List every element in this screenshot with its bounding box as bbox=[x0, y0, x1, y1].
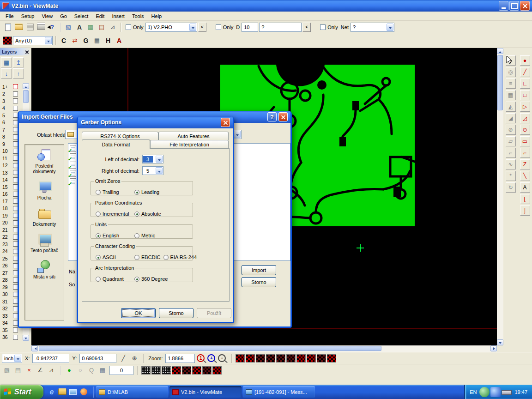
radio-leading[interactable]: Leading bbox=[134, 189, 159, 195]
dcode-filter-input[interactable]: ? bbox=[259, 23, 302, 32]
pattern-icon-2[interactable] bbox=[246, 354, 255, 363]
context-help-icon[interactable] bbox=[47, 22, 57, 32]
scroll-left-icon[interactable] bbox=[31, 345, 38, 351]
layer-grid-icon[interactable]: ▦ bbox=[1, 57, 12, 67]
file-icon[interactable] bbox=[70, 170, 76, 177]
close-button[interactable] bbox=[520, 1, 530, 11]
place-1[interactable]: Poslední dokumenty bbox=[25, 148, 64, 175]
selection-box-icon[interactable]: ▧ bbox=[63, 22, 73, 32]
layer-color-box[interactable] bbox=[13, 335, 18, 340]
query-circle-icon[interactable]: Q bbox=[86, 365, 97, 375]
radio-metric[interactable]: Metric bbox=[134, 233, 155, 238]
layer-color-box[interactable] bbox=[13, 84, 18, 89]
status-circle-icon[interactable]: ○ bbox=[75, 365, 85, 375]
radio-360-degree[interactable]: 360 Degree bbox=[134, 276, 168, 282]
tab-auto-features[interactable]: Auto Features bbox=[158, 132, 229, 140]
wave-tool-icon[interactable]: ∿ bbox=[506, 159, 516, 169]
radio-icon[interactable] bbox=[96, 233, 101, 238]
file-icon[interactable] bbox=[70, 145, 76, 152]
close-button[interactable] bbox=[221, 118, 230, 127]
chevron-down-icon[interactable] bbox=[156, 156, 163, 163]
right-decimal-combo[interactable]: 5 bbox=[142, 166, 163, 175]
status-green-icon[interactable]: ● bbox=[64, 365, 74, 375]
ie-icon[interactable]: e bbox=[47, 387, 56, 397]
show-desktop-icon[interactable] bbox=[68, 387, 78, 397]
cancel-button[interactable]: Storno bbox=[159, 308, 193, 318]
dot-grid-icon-1[interactable] bbox=[141, 366, 151, 375]
copy-circles-icon[interactable]: ◎ bbox=[506, 67, 516, 77]
pattern-icon-9[interactable] bbox=[317, 354, 326, 363]
language-indicator[interactable]: EN bbox=[470, 389, 477, 395]
radio-icon[interactable] bbox=[134, 190, 139, 195]
radio-absolute[interactable]: Absolute bbox=[134, 211, 161, 217]
pattern-icon-13[interactable] bbox=[192, 366, 201, 375]
tab-data-format[interactable]: Data Format bbox=[82, 139, 150, 149]
ruler-icon[interactable]: ⊿ bbox=[108, 22, 118, 32]
file-icon[interactable] bbox=[70, 162, 76, 169]
radio-eia-rs-244[interactable]: EIA RS-244 bbox=[163, 254, 197, 260]
pattern-icon-10[interactable] bbox=[327, 354, 336, 363]
pattern-icon-12[interactable] bbox=[182, 366, 191, 375]
move-up-icon[interactable]: ↑ bbox=[13, 68, 24, 79]
scroll-thumb[interactable] bbox=[497, 55, 503, 110]
place-4[interactable]: Tento počítač bbox=[25, 233, 64, 254]
swap-icon[interactable]: ⇄ bbox=[70, 36, 80, 46]
pattern-icon-3[interactable] bbox=[256, 354, 265, 363]
scroll-thumb[interactable] bbox=[23, 90, 29, 103]
layer-color-box[interactable] bbox=[13, 91, 18, 97]
messenger-tray-icon[interactable] bbox=[479, 387, 490, 397]
radio-icon[interactable] bbox=[163, 255, 169, 260]
pattern-icon-11[interactable] bbox=[172, 366, 181, 375]
scroll-thumb[interactable] bbox=[39, 346, 381, 351]
radio-icon[interactable] bbox=[134, 233, 139, 238]
close-icon[interactable] bbox=[25, 50, 29, 54]
scroll-right-icon[interactable] bbox=[490, 345, 497, 351]
cancel-button[interactable]: Storno bbox=[242, 277, 276, 287]
distance-measure-icon[interactable]: ⊿ bbox=[46, 365, 56, 375]
pattern-icon-6[interactable] bbox=[286, 354, 296, 363]
import-button[interactable]: Import bbox=[242, 265, 276, 275]
chevron-down-icon[interactable] bbox=[156, 167, 163, 174]
chevron-down-icon[interactable] bbox=[45, 37, 52, 44]
circle-icon[interactable]: ⊙ bbox=[520, 125, 530, 135]
menu-item[interactable]: Setup bbox=[18, 12, 38, 20]
tab-file-interpretation[interactable]: File Interpretation bbox=[150, 140, 229, 148]
snap-grid-icon[interactable]: ▦ bbox=[97, 365, 108, 375]
place-5[interactable]: Místa v síti bbox=[25, 259, 64, 280]
layer-color-box[interactable] bbox=[13, 327, 18, 332]
radio-quadrant[interactable]: Quadrant bbox=[96, 276, 132, 282]
delete-icon[interactable]: × bbox=[24, 365, 34, 375]
menu-item[interactable]: Help bbox=[148, 12, 166, 20]
taskbar-task[interactable]: [191-482-091] - Mess... bbox=[243, 386, 315, 398]
star-tool-icon[interactable]: * bbox=[506, 171, 516, 181]
menu-item[interactable]: Go bbox=[56, 12, 71, 20]
pattern-icon-7[interactable] bbox=[296, 354, 306, 363]
pattern-icon-14[interactable] bbox=[202, 366, 212, 375]
clock[interactable]: 19:47 bbox=[514, 389, 527, 395]
left-decimal-combo[interactable]: 3 bbox=[142, 155, 163, 163]
radio-icon[interactable] bbox=[96, 255, 101, 260]
file-icon[interactable] bbox=[70, 178, 76, 185]
ok-button[interactable]: OK bbox=[121, 308, 156, 318]
dot-grid-icon-3[interactable] bbox=[162, 366, 171, 375]
close-button[interactable] bbox=[278, 112, 288, 121]
radio-ebcdic[interactable]: EBCDIC bbox=[134, 254, 161, 260]
minimize-button[interactable] bbox=[499, 1, 508, 11]
menu-item[interactable]: View bbox=[38, 12, 56, 20]
place-3[interactable]: Dokumenty bbox=[25, 206, 64, 227]
taskbar-task[interactable]: D:\MLAB bbox=[96, 386, 168, 398]
scroll-down-icon[interactable] bbox=[23, 335, 29, 341]
unit-combo[interactable]: inch bbox=[2, 354, 22, 363]
text-tool-icon[interactable]: A bbox=[520, 182, 530, 193]
parallel-lines-icon[interactable]: ≡ bbox=[506, 79, 516, 89]
zoom-window-icon[interactable]: ▫ bbox=[218, 354, 226, 362]
chevron-down-icon[interactable] bbox=[234, 131, 241, 138]
aperture-type-combo[interactable]: Any (U) bbox=[13, 36, 53, 45]
grid-edit-icon[interactable]: ▧ bbox=[2, 365, 12, 375]
radio-trailing[interactable]: Trailing bbox=[96, 189, 132, 195]
c-tool-icon[interactable]: C bbox=[59, 36, 69, 46]
layer-row[interactable]: 3 bbox=[1, 97, 22, 105]
pattern-icon-8[interactable] bbox=[307, 354, 316, 363]
apply-button[interactable]: Použít bbox=[197, 308, 231, 318]
layer-color-box[interactable] bbox=[13, 106, 18, 111]
